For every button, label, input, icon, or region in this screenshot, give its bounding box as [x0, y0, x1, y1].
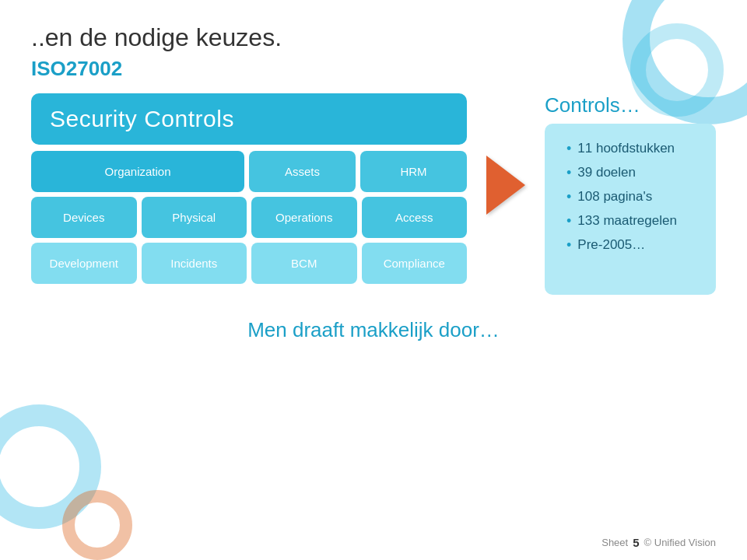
bottom-text: Men draaft makkelijk door…: [31, 318, 716, 342]
list-item: 133 maatregelen: [566, 213, 700, 229]
cell-compliance: Compliance: [362, 243, 468, 284]
list-item: 11 hoofdstukken: [566, 141, 700, 157]
arrow-right-icon: [486, 156, 525, 215]
main-row: Security Controls Organization Assets HR…: [31, 93, 716, 295]
arrow-area: [482, 156, 529, 215]
cell-access: Access: [362, 197, 468, 238]
controls-section: Controls… 11 hoofdstukken 39 doelen 108 …: [545, 93, 716, 295]
controls-title: Controls…: [545, 93, 716, 117]
cell-organization: Organization: [31, 151, 244, 192]
row3: Development Incidents BCM Compliance: [31, 243, 467, 284]
iso-label: ISO27002: [31, 57, 716, 81]
controls-box: 11 hoofdstukken 39 doelen 108 pagina's 1…: [545, 124, 716, 295]
security-controls-label: Security Controls: [50, 106, 234, 131]
cell-physical: Physical: [142, 197, 247, 238]
cell-hrm: HRM: [360, 151, 467, 192]
row2: Devices Physical Operations Access: [31, 197, 467, 238]
cell-devices: Devices: [31, 197, 137, 238]
footer-brand: © Unified Vision: [644, 537, 716, 548]
cell-operations: Operations: [251, 197, 357, 238]
iso-diagram: Security Controls Organization Assets HR…: [31, 93, 467, 289]
cell-bcm: BCM: [251, 243, 357, 284]
footer-sheet-label: Sheet: [601, 537, 628, 548]
cell-incidents: Incidents: [142, 243, 247, 284]
cell-assets: Assets: [249, 151, 356, 192]
security-controls-box: Security Controls: [31, 93, 467, 145]
footer: Sheet 5 © Unified Vision: [601, 536, 716, 549]
controls-list: 11 hoofdstukken 39 doelen 108 pagina's 1…: [566, 141, 700, 254]
footer-page-number: 5: [633, 536, 639, 549]
list-item: Pre-2005…: [566, 237, 700, 254]
cell-development: Development: [31, 243, 137, 284]
deco-circle-4: [62, 490, 132, 560]
main-title: ..en de nodige keuzes.: [31, 23, 716, 52]
list-item: 108 pagina's: [566, 189, 700, 205]
list-item: 39 doelen: [566, 165, 700, 181]
